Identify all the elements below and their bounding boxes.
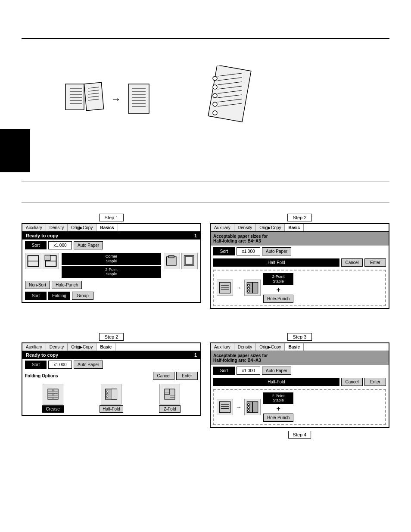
half-fold-btn-2t[interactable]: Half-Fold — [213, 258, 339, 267]
two-point-staple-3[interactable]: 2-PointStaple — [263, 392, 293, 404]
sort-btn-1[interactable]: Sort — [25, 241, 47, 249]
tab-bar-step2t: Auxiliary Density Orig▶Copy Basic — [211, 224, 389, 232]
mid-rule — [22, 181, 389, 181]
non-sort-btn[interactable]: Non-Sort — [25, 281, 50, 289]
illustration-right — [204, 65, 253, 133]
panel-step2-bl: Auxiliary Density Orig▶Copy Basic Ready … — [22, 342, 201, 416]
tab-auxiliary-2bl[interactable]: Auxiliary — [22, 343, 46, 351]
zoom-3: x1.000 — [237, 367, 260, 375]
folding-options-row: Folding Options Cancel Enter — [22, 370, 200, 381]
two-point-staple-2t[interactable]: 2-PointStaple — [263, 273, 293, 285]
control-row-3: Sort x1.000 Auto Paper — [211, 365, 389, 376]
open-book-icon — [65, 82, 106, 116]
auto-paper-3[interactable]: Auto Paper — [262, 367, 291, 375]
staple-inner-2t: → 2-Po — [217, 273, 383, 303]
crease-icon — [43, 384, 63, 404]
svg-point-77 — [247, 410, 249, 412]
half-fold-btn-2bl[interactable]: Half-Fold — [100, 405, 123, 413]
plus-sign-3: + — [263, 405, 293, 413]
tab-density-1[interactable]: Density — [46, 224, 68, 231]
auto-paper-2t[interactable]: Auto Paper — [262, 247, 291, 255]
illustration-left: → — [65, 82, 152, 116]
sort-btn-1b[interactable]: Sort — [25, 292, 47, 300]
tab-auxiliary-3[interactable]: Auxiliary — [211, 343, 234, 351]
tab-origcopy-3[interactable]: Orig▶Copy — [256, 343, 285, 351]
panel-step1: Auxiliary Density Orig▶Copy Basics Ready… — [22, 223, 201, 303]
half-fold-btn-3[interactable]: Half-Fold — [213, 378, 339, 386]
corner-staple-btn[interactable]: CornerStaple — [62, 253, 161, 265]
hole-punch-3[interactable]: Hole-Punch — [263, 414, 293, 422]
tab-auxiliary-2t[interactable]: Auxiliary — [211, 224, 234, 231]
hole-punch-2t[interactable]: Hole-Punch — [263, 295, 293, 303]
accept-bar-3: Acceptable paper sizes forHalf-folding a… — [211, 351, 389, 365]
tab-basic-2t[interactable]: Basic — [285, 224, 304, 231]
page-icon-2 — [43, 253, 59, 269]
cancel-btn-2bl[interactable]: Cancel — [153, 372, 174, 380]
svg-point-30 — [213, 76, 217, 81]
enter-btn-2t[interactable]: Enter — [364, 258, 386, 267]
staple-col-3: 2-PointStaple + Hole-Punch — [263, 392, 293, 422]
svg-point-63 — [107, 396, 109, 398]
status-bar-2bl: Ready to copy 1 — [22, 351, 200, 359]
sidebar-tab — [0, 129, 30, 172]
cancel-btn-2t[interactable]: Cancel — [341, 258, 363, 267]
booklet-holes-icon — [204, 65, 253, 132]
sort-btn-3[interactable]: Sort — [213, 367, 235, 375]
staple-col-2t: 2-PointStaple + Hole-Punch — [263, 273, 293, 303]
tab-bar-step2bl: Auxiliary Density Orig▶Copy Basic — [22, 343, 200, 351]
staple-inner-3: → 2-Po — [217, 392, 383, 422]
tab-origcopy-2t[interactable]: Orig▶Copy — [256, 224, 285, 231]
hole-punch-btn-1[interactable]: Hole-Punch — [52, 281, 82, 289]
cancel-btn-3[interactable]: Cancel — [341, 378, 363, 386]
folding-btn[interactable]: Folding — [48, 292, 70, 300]
half-fold-icon — [101, 384, 121, 404]
icon-4 — [181, 253, 198, 269]
tab-basics-1[interactable]: Basics — [97, 224, 118, 231]
zoom-2bl: x1.000 — [48, 361, 72, 369]
tab-auxiliary-1[interactable]: Auxiliary — [22, 224, 46, 231]
panel-step1-container: Step 1 Auxiliary Density Orig▶Copy Basic… — [22, 223, 201, 309]
two-point-staple-btn[interactable]: 2-PointStaple — [62, 266, 161, 278]
plus-sign-2t: + — [263, 286, 293, 294]
svg-rect-60 — [111, 389, 117, 399]
tab-density-3[interactable]: Density — [234, 343, 256, 351]
sort-btn-2bl[interactable]: Sort — [25, 361, 47, 369]
sort-btn-2t[interactable]: Sort — [213, 247, 235, 255]
status-text-1: Ready to copy — [26, 233, 58, 238]
svg-rect-43 — [185, 257, 193, 264]
page-num-1: 1 — [194, 233, 197, 238]
mid-rule2 — [22, 202, 389, 203]
step4-note: Step 4 — [288, 431, 311, 439]
tab-bar-step1: Auxiliary Density Orig▶Copy Basics — [22, 224, 200, 232]
enter-btn-2bl[interactable]: Enter — [176, 372, 198, 380]
panels-area: Step 1 Auxiliary Density Orig▶Copy Basic… — [22, 211, 389, 449]
svg-rect-39 — [45, 255, 50, 261]
zoom-2t: x1.000 — [237, 247, 260, 255]
z-fold-col: Z-Fold — [159, 384, 181, 413]
more-icons — [164, 253, 198, 269]
page-icon-3-1 — [217, 399, 233, 415]
auto-paper-2bl[interactable]: Auto Paper — [74, 361, 103, 369]
step1-label: Step 1 — [99, 214, 124, 221]
crease-btn[interactable]: Crease — [42, 405, 64, 413]
tab-density-2t[interactable]: Density — [234, 224, 256, 231]
tab-origcopy-2bl[interactable]: Orig▶Copy — [68, 343, 97, 351]
tab-basic-2bl[interactable]: Basic — [97, 343, 115, 351]
fold-options-area: Crease Half-Fo — [22, 381, 200, 415]
folded-doc-icon-2t — [244, 280, 261, 296]
svg-point-75 — [247, 404, 249, 406]
bottom-btns-row-1: Sort Folding Group — [22, 290, 200, 302]
tab-origcopy-1[interactable]: Orig▶Copy — [68, 224, 97, 231]
svg-point-34 — [213, 111, 217, 115]
auto-paper-btn-1[interactable]: Auto Paper — [74, 241, 103, 249]
group-btn[interactable]: Group — [72, 292, 93, 300]
tab-basic-3[interactable]: Basic — [285, 343, 304, 351]
arrow-icon: → — [111, 93, 121, 105]
z-fold-btn[interactable]: Z-Fold — [159, 405, 181, 413]
step3-label: Step 3 — [287, 333, 312, 341]
tab-density-2bl[interactable]: Density — [46, 343, 68, 351]
halfold-row-3: Half-Fold Cancel Enter — [211, 376, 389, 387]
panels-row-1: Step 1 Auxiliary Density Orig▶Copy Basic… — [22, 211, 389, 309]
crease-col: Crease — [42, 384, 64, 413]
enter-btn-3[interactable]: Enter — [364, 378, 386, 386]
